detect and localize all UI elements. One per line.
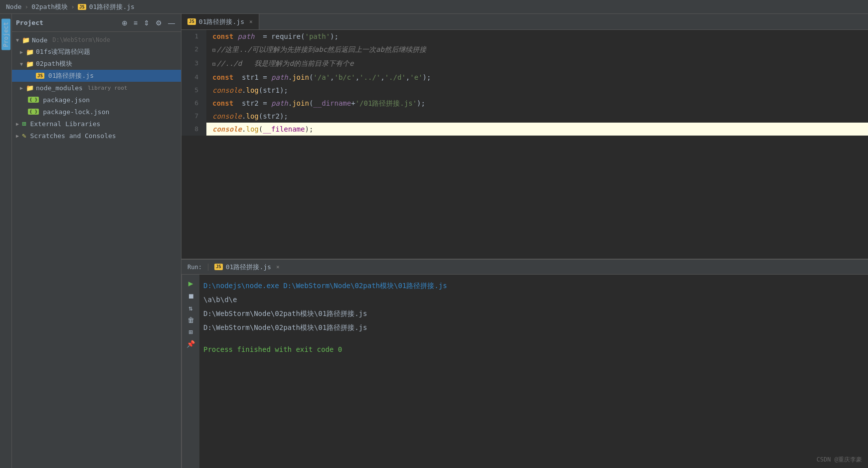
console-cmd-text: D:\nodejs\node.exe D:\WebStorm\Node\02pa… — [203, 279, 447, 292]
console-line-2: \a\b\d\e — [199, 293, 868, 307]
bottom-tabs: Run: JS 01路径拼接.js ✕ — [181, 260, 868, 275]
line-num-1: 1 — [181, 30, 206, 43]
scratch-icon: ✎ — [22, 132, 26, 140]
tree-02path-label: 02path模块 — [36, 59, 72, 68]
breadcrumb-node[interactable]: Node — [6, 3, 21, 10]
folder-icon: 📁 — [26, 48, 34, 56]
editor-tabs: JS 01路径拼接.js ✕ — [181, 14, 868, 30]
tree-package-json-label: package.json — [43, 96, 90, 104]
console-output-2: D:\WebStorm\Node\02path模块\01路径拼接.js — [203, 307, 367, 320]
line-num-5: 5 — [181, 84, 206, 97]
breadcrumb-js-icon: JS — [78, 4, 86, 10]
console-line-3: D:\WebStorm\Node\02path模块\01路径拼接.js — [199, 307, 868, 320]
watermark: CSDN @重庆李豪 — [817, 456, 862, 464]
bottom-tab-close[interactable]: ✕ — [276, 264, 280, 270]
line-content-4: const str1 = path.join('/a','b/c','../',… — [206, 71, 431, 84]
tab-js-icon: JS — [187, 18, 196, 25]
rerun-button[interactable]: ⇅ — [188, 304, 192, 312]
tab-js-icon-run: JS — [214, 264, 223, 270]
tree-01file-label: 01路径拼接.js — [48, 71, 94, 80]
tree-external-libs-label: External Libraries — [30, 120, 100, 128]
tree-external-libs[interactable]: ▶ ⊞ External Libraries — [12, 118, 181, 130]
code-line-3: 3 ⊟//../d 我是理解为d的当前目录下有个e — [181, 57, 868, 71]
console-output[interactable]: D:\nodejs\node.exe D:\WebStorm\Node\02pa… — [199, 275, 868, 468]
code-editor[interactable]: 1 const path = require('path'); 2 ⊟//这里.… — [181, 30, 868, 259]
stop-button[interactable]: ⏹ — [187, 292, 194, 300]
editor-tab-label: 01路径拼接.js — [199, 17, 244, 26]
json-file-icon: { } — [28, 109, 39, 115]
main-area: Project Project ⊕ ≡ ⇕ ⚙ — ▼ 📁 Node D:\We… — [0, 14, 868, 468]
bottom-panel: Run: JS 01路径拼接.js ✕ ▶ ⏹ ⇅ 🗑 ⊞ 📌 — [181, 259, 868, 468]
project-tab[interactable]: Project — [0, 14, 12, 468]
collapse-button[interactable]: ≡ — [132, 18, 140, 28]
folder-icon: 📁 — [26, 60, 34, 68]
console-output-1: \a\b\d\e — [203, 293, 237, 306]
code-line-8: 8 console.log(__filename); — [181, 123, 868, 136]
chevron-right-icon: ▶ — [16, 121, 19, 127]
ext-lib-icon: ⊞ — [22, 120, 26, 128]
chevron-down-icon: ▼ — [16, 37, 19, 43]
console-actions: ▶ ⏹ ⇅ 🗑 ⊞ 📌 — [181, 275, 199, 468]
code-line-6: 6 const str2 = path.join(__dirname+'/01路… — [181, 97, 868, 110]
expand-button[interactable]: ⇕ — [142, 18, 152, 28]
tree-scratches-label: Scratches and Consoles — [30, 132, 116, 140]
add-button[interactable]: ⊕ — [120, 18, 130, 28]
line-num-3: 3 — [181, 57, 206, 71]
library-root-label: library root — [88, 85, 127, 91]
tree-scratches[interactable]: ▶ ✎ Scratches and Consoles — [12, 130, 181, 142]
editor-tab-01file[interactable]: JS 01路径拼接.js ✕ — [181, 14, 259, 29]
code-line-7: 7 console.log(str2); — [181, 110, 868, 123]
line-content-2: ⊟//这里../可以理解为先拼接到abc然后返回上一次ab然后继续拼接 — [206, 43, 426, 57]
chevron-right-icon: ▶ — [20, 85, 23, 91]
hide-button[interactable]: — — [166, 18, 177, 28]
tree-01fs[interactable]: ▶ 📁 01fs读写路径问题 — [12, 46, 181, 58]
tree-node-root[interactable]: ▼ 📁 Node D:\WebStorm\Node — [12, 34, 181, 46]
line-num-7: 7 — [181, 110, 206, 123]
clear-button[interactable]: 🗑 — [187, 316, 194, 324]
tree-01file[interactable]: JS 01路径拼接.js — [12, 70, 181, 82]
line-content-7: console.log(str2); — [206, 110, 288, 123]
tree-node-root-path: D:\WebStorm\Node — [52, 36, 110, 43]
console-area: ▶ ⏹ ⇅ 🗑 ⊞ 📌 D:\nodejs\node.exe D:\WebSto… — [181, 275, 868, 468]
bottom-tab-run[interactable]: JS 01路径拼接.js ✕ — [208, 260, 286, 274]
tree-01fs-label: 01fs读写路径问题 — [36, 47, 90, 56]
tree-02path[interactable]: ▼ 📁 02path模块 — [12, 58, 181, 70]
run-button[interactable]: ▶ — [188, 279, 193, 288]
console-line-1: D:\nodejs\node.exe D:\WebStorm\Node\02pa… — [199, 279, 868, 293]
project-tab-label[interactable]: Project — [1, 19, 10, 50]
folder-icon: 📁 — [26, 84, 34, 92]
line-content-6: const str2 = path.join(__dirname+'/01路径拼… — [206, 97, 425, 110]
run-label: Run: — [181, 264, 208, 271]
sidebar-actions: ⊕ ≡ ⇕ ⚙ — — [120, 18, 177, 28]
console-success-text: Process finished with exit code 0 — [203, 343, 342, 356]
pin-button[interactable]: 📌 — [186, 340, 195, 348]
code-line-1: 1 const path = require('path'); — [181, 30, 868, 43]
line-num-6: 6 — [181, 97, 206, 110]
console-line-4: D:\WebStorm\Node\02path模块\01路径拼接.js — [199, 320, 868, 334]
line-content-8: console.log(__filename); — [206, 123, 868, 136]
settings-button[interactable]: ⚙ — [154, 18, 164, 28]
line-num-2: 2 — [181, 43, 206, 57]
code-line-5: 5 console.log(str1); — [181, 84, 868, 97]
chevron-right-icon: ▶ — [20, 49, 23, 55]
tree-package-lock-json[interactable]: { } package-lock.json — [12, 106, 181, 118]
bottom-tab-label: 01路径拼接.js — [226, 263, 271, 272]
editor-area: JS 01路径拼接.js ✕ 1 const path = require('p… — [181, 14, 868, 468]
breadcrumb-sep1: › — [24, 3, 28, 10]
line-num-8: 8 — [181, 123, 206, 136]
code-line-2: 2 ⊟//这里../可以理解为先拼接到abc然后返回上一次ab然后继续拼接 — [181, 43, 868, 57]
layout-button[interactable]: ⊞ — [188, 328, 192, 336]
console-output-3: D:\WebStorm\Node\02path模块\01路径拼接.js — [203, 321, 367, 334]
sidebar-header: Project ⊕ ≡ ⇕ ⚙ — — [12, 14, 181, 32]
tab-close-button[interactable]: ✕ — [249, 18, 253, 25]
line-content-5: console.log(str1); — [206, 84, 288, 97]
tree-package-json[interactable]: { } package.json — [12, 94, 181, 106]
code-lines: 1 const path = require('path'); 2 ⊟//这里.… — [181, 30, 868, 259]
tree-node-modules[interactable]: ▶ 📁 node_modules library root — [12, 82, 181, 94]
code-line-4: 4 const str1 = path.join('/a','b/c','../… — [181, 71, 868, 84]
breadcrumb-file[interactable]: 01路径拼接.js — [89, 2, 135, 11]
breadcrumb-path-module[interactable]: 02path模块 — [31, 2, 68, 11]
tree-node-modules-label: node_modules — [36, 84, 83, 92]
chevron-right-icon: ▶ — [16, 133, 19, 139]
json-file-icon: { } — [28, 97, 39, 103]
